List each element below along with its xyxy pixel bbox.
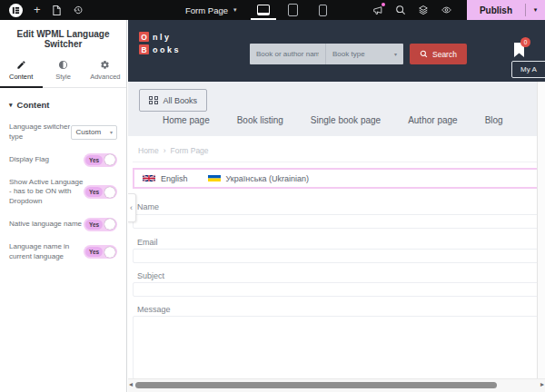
toggle-knob: [104, 247, 115, 258]
toggle-knob: [104, 187, 115, 198]
panel-collapse-handle[interactable]: ‹: [128, 193, 136, 222]
nav-link-author-page[interactable]: Author page: [408, 115, 458, 125]
native-language-name-toggle[interactable]: Yes: [84, 218, 117, 231]
elementor-logo-icon[interactable]: [9, 4, 23, 17]
wishlist-count-badge: 0: [520, 37, 530, 47]
scroll-right-arrow[interactable]: ▸: [540, 380, 544, 388]
subject-field-label: Subject: [137, 271, 164, 280]
nav-link-home-page[interactable]: Home page: [163, 115, 210, 125]
tab-content[interactable]: Content: [0, 56, 42, 87]
nav-link-blog[interactable]: Blog: [485, 115, 503, 125]
logo-letter-b: B: [139, 44, 149, 54]
breadcrumb-current: Form Page: [171, 146, 209, 155]
native-language-name-control: Native language name Yes: [0, 218, 126, 231]
horizontal-scrollbar: ◂ ▸: [128, 378, 545, 392]
tab-content-label: Content: [9, 73, 33, 81]
active-tab-underline: [0, 86, 43, 88]
search-button[interactable]: Search: [410, 44, 467, 64]
book-search-input[interactable]: [250, 44, 325, 64]
language-switcher-type-control: Language switcher type Custom ▾: [0, 122, 126, 142]
publish-options-button[interactable]: ▾: [526, 0, 545, 20]
my-account-button[interactable]: My A: [511, 61, 545, 78]
message-textarea[interactable]: [133, 316, 539, 379]
horizontal-scrollbar-thumb[interactable]: [135, 382, 497, 388]
tab-style-label: Style: [55, 73, 71, 81]
language-label: Українська (Ukrainian): [226, 174, 310, 183]
tab-advanced[interactable]: Advanced: [84, 56, 126, 87]
scroll-left-arrow[interactable]: ◂: [129, 380, 133, 388]
collapse-arrow-icon: ‹: [130, 203, 133, 212]
device-mobile-button[interactable]: [317, 4, 330, 16]
breadcrumb: Home › Form Page: [138, 146, 209, 155]
device-desktop-button[interactable]: [257, 4, 270, 16]
site-nav-links: Home page Book listing Single book page …: [163, 115, 503, 125]
email-field-label: Email: [137, 238, 158, 247]
nav-link-single-book-page[interactable]: Single book page: [311, 115, 381, 125]
whats-new-button[interactable]: [372, 5, 383, 15]
page-selector[interactable]: Form Page ▾: [185, 5, 237, 15]
grid-icon: [149, 96, 158, 105]
display-flag-toggle[interactable]: Yes: [84, 153, 117, 167]
subject-input[interactable]: [133, 282, 539, 297]
control-label: Show Active Language - has to be ON with…: [9, 178, 84, 207]
tab-style[interactable]: Style: [42, 56, 84, 87]
content-section-header[interactable]: ▾ Content: [0, 88, 126, 112]
logo-letter-o: O: [139, 32, 149, 42]
add-element-icon[interactable]: +: [34, 4, 41, 15]
toggle-knob: [104, 219, 115, 230]
all-books-button[interactable]: All Books: [139, 89, 207, 112]
gear-icon: [100, 60, 110, 70]
site-nav-strip: All Books Home page Book listing Single …: [128, 82, 538, 136]
chevron-down-icon: ▾: [110, 129, 113, 135]
panel-tabs: Content Style Advanced: [0, 56, 126, 88]
contrast-icon: [58, 60, 68, 70]
uk-flag-icon: [143, 174, 155, 182]
language-option-ukrainian[interactable]: Українська (Ukrainian): [208, 174, 310, 183]
wpml-language-switcher-widget[interactable]: English Українська (Ukrainian): [133, 168, 539, 189]
elementor-editor: + Form Page ▾: [0, 0, 545, 392]
chevron-down-icon: ▾: [394, 51, 397, 57]
widget-edit-panel: Edit WPML Language Switcher Content Styl…: [0, 20, 127, 392]
show-active-language-toggle[interactable]: Yes: [84, 185, 117, 199]
language-option-english[interactable]: English: [143, 174, 188, 183]
logo-row-books: B ooks: [139, 44, 181, 54]
book-type-select[interactable]: Book type ▾: [325, 44, 403, 64]
my-account-label: My A: [520, 65, 537, 74]
language-name-current-toggle[interactable]: Yes: [84, 245, 117, 259]
structure-icon[interactable]: [418, 5, 429, 15]
topbar-right-group: Publish ▾: [372, 0, 545, 20]
preview-eye-icon[interactable]: [441, 5, 452, 15]
breadcrumb-home-link[interactable]: Home: [138, 146, 159, 155]
toggle-knob: [104, 154, 115, 165]
page-selector-label: Form Page: [185, 5, 228, 15]
editor-topbar: + Form Page ▾: [0, 0, 545, 20]
page-settings-icon[interactable]: [52, 5, 62, 15]
name-input[interactable]: [133, 214, 539, 229]
wishlist-button[interactable]: 0: [513, 43, 525, 62]
tablet-icon: [288, 4, 298, 16]
breadcrumb-divider: [133, 162, 539, 162]
show-active-language-control: Show Active Language - has to be ON with…: [0, 178, 126, 207]
display-flag-control: Display Flag Yes: [0, 153, 126, 167]
desktop-icon: [257, 5, 270, 15]
name-field-label: Name: [137, 202, 159, 211]
switcher-type-select[interactable]: Custom ▾: [71, 125, 117, 140]
logo-text-ooks: ooks: [153, 45, 181, 54]
site-logo[interactable]: O nly B ooks: [139, 32, 181, 57]
toggle-state-label: Yes: [85, 187, 103, 197]
toggle-state-label: Yes: [85, 247, 103, 257]
device-tablet-button[interactable]: [287, 4, 300, 16]
control-label: Native language name: [9, 220, 82, 230]
finder-search-icon[interactable]: [395, 5, 406, 15]
history-icon[interactable]: [73, 5, 84, 15]
publish-button[interactable]: Publish: [467, 0, 525, 20]
ukraine-flag-icon: [208, 174, 221, 182]
site-header: O nly B ooks Book type ▾ Search: [128, 20, 545, 82]
nav-link-book-listing[interactable]: Book listing: [237, 115, 283, 125]
notification-dot: [382, 3, 385, 6]
section-title: Content: [17, 100, 50, 110]
toggle-state-label: Yes: [85, 155, 103, 165]
vertical-scrollbar-track[interactable]: [537, 82, 545, 379]
email-input[interactable]: [133, 249, 539, 263]
breadcrumb-separator: ›: [164, 146, 166, 155]
